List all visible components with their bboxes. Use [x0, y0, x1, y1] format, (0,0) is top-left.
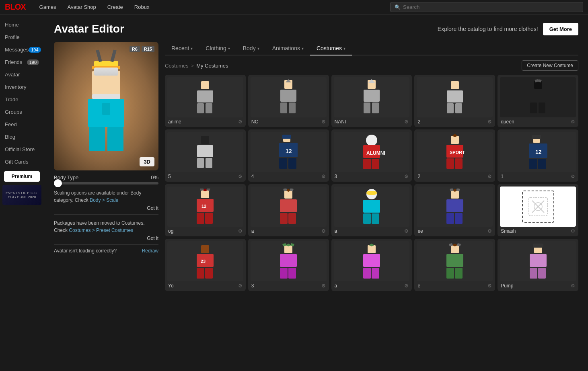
- gear-icon[interactable]: ⚙: [238, 228, 243, 234]
- tab-recent[interactable]: Recent ▾: [165, 42, 199, 55]
- list-item[interactable]: 12 4 ⚙: [248, 129, 329, 182]
- breadcrumb-separator: >: [191, 63, 194, 69]
- sidebar-item-trade[interactable]: Trade: [0, 93, 44, 106]
- list-item[interactable]: ALUMNI 3 ⚙: [331, 129, 412, 182]
- sidebar-item-label: Blog: [5, 134, 15, 140]
- top-nav: BLOX Games Avatar Shop Create Robux 🔍: [0, 0, 588, 14]
- list-item[interactable]: NC ⚙: [248, 75, 329, 127]
- costume-label-row: a ⚙: [251, 228, 327, 234]
- get-more-button[interactable]: Get More: [543, 23, 578, 35]
- nav-robux[interactable]: Robux: [134, 4, 150, 10]
- nav-create[interactable]: Create: [107, 4, 123, 10]
- tab-animations[interactable]: Animations ▾: [266, 42, 310, 55]
- gear-icon[interactable]: ⚙: [321, 283, 326, 289]
- gear-icon[interactable]: ⚙: [487, 283, 492, 289]
- svg-rect-38: [372, 159, 379, 169]
- costume-label-row: NANI ⚙: [334, 119, 410, 125]
- list-item[interactable]: a ⚙: [331, 239, 412, 291]
- got-it-2-button[interactable]: Got it: [54, 236, 158, 241]
- sidebar-item-inventory[interactable]: Inventory: [0, 81, 44, 93]
- list-item[interactable]: 12 og ⚙: [165, 184, 246, 236]
- list-item[interactable]: e ⚙: [414, 239, 495, 291]
- sidebar-item-friends[interactable]: Friends 190: [0, 56, 44, 68]
- tab-clothing[interactable]: Clothing ▾: [199, 42, 236, 55]
- list-item[interactable]: NANI ⚙: [331, 75, 412, 127]
- svg-rect-95: [363, 254, 380, 267]
- gear-icon[interactable]: ⚙: [487, 119, 492, 125]
- sidebar-item-label: Trade: [5, 96, 18, 102]
- nav-games[interactable]: Games: [39, 4, 56, 10]
- sidebar-item-label: Inventory: [5, 84, 26, 90]
- gear-icon[interactable]: ⚙: [321, 228, 326, 234]
- list-item[interactable]: anime ⚙: [165, 75, 246, 127]
- got-it-1-button[interactable]: Got it: [54, 205, 158, 211]
- svg-rect-31: [279, 158, 287, 169]
- list-item[interactable]: a ⚙: [248, 184, 329, 236]
- slider-thumb[interactable]: [54, 179, 62, 187]
- sidebar-item-home[interactable]: Home: [0, 18, 44, 31]
- svg-rect-97: [372, 268, 379, 279]
- body-scale-link[interactable]: Body > Scale: [90, 197, 118, 203]
- costume-thumbnail: ALUMNI: [334, 132, 410, 172]
- sidebar-item-avatar[interactable]: Avatar: [0, 68, 44, 81]
- list-item[interactable]: 5 ⚙: [165, 129, 246, 182]
- tab-costumes[interactable]: Costumes ▾: [310, 42, 352, 55]
- list-item[interactable]: Smash ⚙: [498, 184, 578, 236]
- breadcrumb: Costumes > My Costumes Create New Costum…: [165, 60, 578, 71]
- site-logo: BLOX: [5, 2, 26, 12]
- create-costume-button[interactable]: Create New Costume: [522, 60, 578, 71]
- search-input[interactable]: [403, 4, 579, 10]
- sidebar-item-blog[interactable]: Blog: [0, 131, 44, 143]
- gear-icon[interactable]: ⚙: [321, 174, 326, 179]
- sidebar-item-messages[interactable]: Messages 194: [0, 43, 44, 56]
- gear-icon[interactable]: ⚙: [487, 228, 492, 234]
- svg-rect-73: [446, 213, 454, 224]
- gear-icon[interactable]: ⚙: [238, 283, 243, 289]
- breadcrumb-parent[interactable]: Costumes: [165, 63, 189, 69]
- search-bar[interactable]: 🔍: [390, 2, 583, 12]
- gear-icon[interactable]: ⚙: [404, 119, 409, 125]
- svg-rect-33: [282, 135, 291, 139]
- gear-icon[interactable]: ⚙: [404, 283, 409, 289]
- redraw-link[interactable]: Redraw: [142, 248, 158, 254]
- body-type-slider[interactable]: [54, 182, 158, 184]
- list-item[interactable]: 12 1 ⚙: [498, 129, 578, 182]
- view-3d-label[interactable]: 3D: [140, 157, 154, 166]
- svg-rect-90: [288, 268, 296, 279]
- gear-icon[interactable]: ⚙: [571, 174, 575, 179]
- sidebar-item-profile[interactable]: Profile: [0, 31, 44, 43]
- gear-icon[interactable]: ⚙: [404, 174, 409, 179]
- gear-icon[interactable]: ⚙: [571, 228, 575, 234]
- svg-text:SPORT: SPORT: [450, 150, 465, 155]
- list-item[interactable]: Pump ⚙: [498, 239, 578, 291]
- list-item[interactable]: 23 Yo ⚙: [165, 239, 246, 291]
- sidebar-banner[interactable]: EVENTS OF E.G.G. EGG HUNT 2020: [2, 185, 41, 205]
- list-item[interactable]: a ⚙: [331, 184, 412, 236]
- nav-avatar-shop[interactable]: Avatar Shop: [67, 4, 96, 10]
- list-item[interactable]: ee ⚙: [414, 184, 495, 236]
- list-item[interactable]: 3 ⚙: [248, 239, 329, 291]
- gear-icon[interactable]: ⚙: [238, 174, 243, 179]
- costume-label-row: 3 ⚙: [251, 283, 327, 289]
- costume-grid: anime ⚙ NC ⚙: [165, 75, 578, 291]
- list-item[interactable]: queen ⚙: [498, 75, 578, 127]
- avatar-legs: [89, 127, 123, 151]
- search-icon: 🔍: [395, 4, 401, 10]
- preset-costumes-link[interactable]: Costumes > Preset Costumes: [69, 228, 133, 233]
- gear-icon[interactable]: ⚙: [571, 119, 575, 125]
- gear-icon[interactable]: ⚙: [404, 228, 409, 234]
- sidebar-item-gift-cards[interactable]: Gift Cards: [0, 156, 44, 168]
- left-panel: R6 R15: [54, 42, 158, 291]
- tab-body[interactable]: Body ▾: [236, 42, 266, 55]
- costume-label-row: a ⚙: [334, 283, 410, 289]
- sidebar-item-feed[interactable]: Feed: [0, 118, 44, 131]
- gear-icon[interactable]: ⚙: [321, 119, 326, 125]
- sidebar-item-groups[interactable]: Groups: [0, 106, 44, 118]
- gear-icon[interactable]: ⚙: [238, 119, 243, 125]
- list-item[interactable]: 2 ⚙: [414, 75, 495, 127]
- sidebar-item-official-store[interactable]: Official Store: [0, 143, 44, 156]
- gear-icon[interactable]: ⚙: [571, 283, 575, 289]
- list-item[interactable]: SPORT 2 ⚙: [414, 129, 495, 182]
- gear-icon[interactable]: ⚙: [487, 174, 492, 179]
- premium-button[interactable]: Premium: [4, 171, 40, 182]
